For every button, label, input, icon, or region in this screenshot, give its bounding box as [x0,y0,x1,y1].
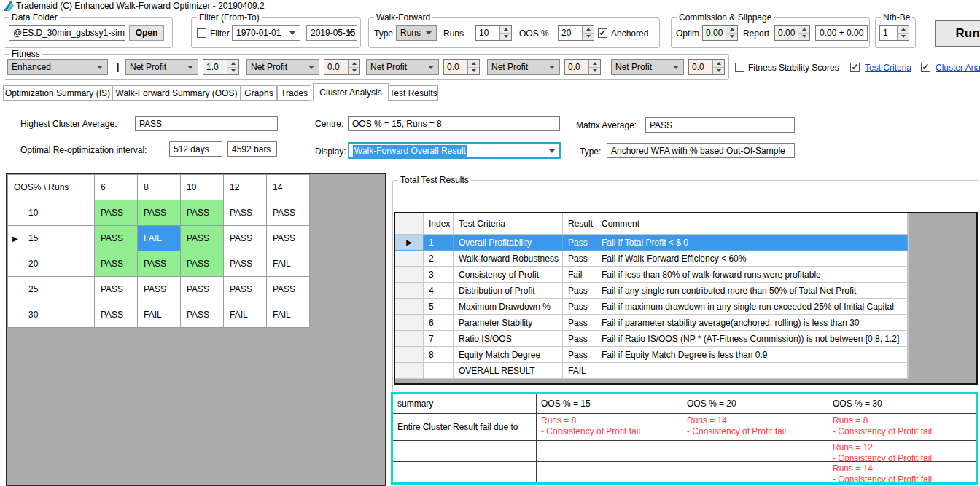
open-button[interactable]: Open [129,25,164,41]
row-selector-cell[interactable] [395,363,424,379]
spin-down-button[interactable] [898,34,909,41]
spin-down-button[interactable] [589,68,600,75]
tab-trades[interactable]: Trades [277,85,311,101]
test-results-row[interactable]: 6 Parameter Stability Pass Fail if param… [395,315,976,331]
matrix-cell[interactable]: PASS [224,226,267,251]
spin-up-button[interactable] [228,60,238,68]
report-commission-stepper[interactable]: 0.00 [774,25,810,41]
spin-up-button[interactable] [500,26,511,34]
matrix-row-header[interactable]: 10 [8,200,95,226]
matrix-row-header[interactable]: ▶15 [8,226,95,251]
row-selector-cell[interactable] [395,315,424,331]
matrix-cell[interactable]: PASS [224,251,267,277]
spin-down-button[interactable] [713,68,724,75]
oos-percent-stepper[interactable]: 20 [558,25,594,41]
tab-optimization-summary[interactable]: Optimization Summary (IS) [3,85,112,101]
spin-down-button[interactable] [468,68,479,75]
matrix-cell[interactable]: PASS [267,277,310,302]
test-results-row[interactable]: ▶ 1 Overall Profitability Pass Fail if T… [395,235,976,251]
test-results-row[interactable]: OVERALL RESULT FAIL [395,363,976,379]
row-selector-cell[interactable] [395,283,424,299]
spin-up-button[interactable] [583,26,594,34]
spin-up-button[interactable] [713,60,724,68]
matrix-cell[interactable]: PASS [267,200,310,226]
matrix-cell[interactable]: PASS [95,200,138,226]
matrix-row-header[interactable]: 20 [8,251,95,277]
matrix-cell[interactable]: FAIL [224,302,267,328]
spin-up-button[interactable] [589,60,600,68]
fitness-metric-1-select[interactable]: Net Profit [125,59,198,75]
filter-checkbox[interactable] [197,28,206,38]
test-criteria-checkbox[interactable] [850,63,860,72]
fitness-weight-5-stepper[interactable]: 0.0 [688,59,725,75]
matrix-cell[interactable]: PASS [224,277,267,302]
matrix-cell[interactable]: PASS [224,200,267,226]
spin-down-button[interactable] [726,34,737,41]
run-button[interactable]: Run [935,20,980,47]
matrix-cell[interactable]: FAIL [267,302,310,328]
fitness-metric-2-select[interactable]: Net Profit [246,59,319,75]
cluster-analysis-link[interactable]: Cluster Ana [936,63,980,73]
test-results-row[interactable]: 5 Maximum Drawdown % Pass Fail if maximu… [395,299,976,315]
fitness-weight-2-stepper[interactable]: 0.0 [324,59,360,75]
test-results-row[interactable]: 7 Ratio IS/OOS Pass Fail if Ratio IS/OOS… [395,331,976,347]
row-selector-cell[interactable] [395,347,424,363]
matrix-cell[interactable]: PASS [267,226,310,251]
matrix-cell[interactable]: PASS [95,277,138,302]
row-selector-cell[interactable] [395,251,424,267]
test-criteria-link[interactable]: Test Criteria [865,63,911,73]
fitness-metric-4-select[interactable]: Net Profit [487,59,560,75]
matrix-cell[interactable]: FAIL [267,251,310,277]
display-select[interactable]: Walk-Forward Overall Result [348,142,561,159]
matrix-cell[interactable]: PASS [138,251,181,277]
test-results-row[interactable]: 2 Walk-forward Robustness Pass Fail if W… [395,251,976,267]
fitness-weight-4-stepper[interactable]: 0.0 [564,59,601,75]
row-selector-cell[interactable] [395,299,424,315]
matrix-cell[interactable]: PASS [138,200,181,226]
matrix-cell[interactable]: PASS [95,302,138,328]
row-selector-cell[interactable]: ▶ [395,235,424,251]
matrix-cell[interactable]: PASS [181,277,224,302]
fitness-weight-1-stepper[interactable]: 1.0 [203,59,239,75]
fitness-stability-checkbox[interactable] [735,63,744,72]
walk-forward-type-select[interactable]: Runs [396,25,437,41]
tab-walk-forward-summary[interactable]: Walk-Forward Summary (OOS) [112,85,241,101]
matrix-row-header[interactable]: 30 [8,302,95,328]
matrix-cell[interactable]: PASS [181,200,224,226]
fitness-mode-select[interactable]: Enhanced [7,59,108,75]
spin-down-button[interactable] [798,34,809,41]
matrix-cell[interactable]: PASS [181,251,224,277]
spin-up-button[interactable] [798,26,809,34]
fitness-weight-3-stepper[interactable]: 0.0 [443,59,480,75]
fitness-metric-3-select[interactable]: Net Profit [366,59,439,75]
spin-down-button[interactable] [349,68,359,75]
matrix-cell[interactable]: PASS [181,226,224,251]
fitness-metric-5-select[interactable]: Net Profit [611,59,684,75]
spin-up-button[interactable] [898,26,909,34]
runs-stepper[interactable]: 10 [475,25,512,41]
cluster-analysis-checkbox[interactable] [921,63,930,72]
spin-down-button[interactable] [228,68,238,75]
matrix-cell[interactable]: FAIL [138,226,181,251]
test-results-row[interactable]: 3 Consistency of Profit Fail Fail if les… [395,267,976,283]
matrix-cell[interactable]: PASS [181,302,224,328]
tab-cluster-analysis[interactable]: Cluster Analysis [313,83,389,101]
spin-up-button[interactable] [468,60,479,68]
row-selector-cell[interactable] [395,331,424,347]
spin-up-button[interactable] [726,26,737,34]
row-selector-cell[interactable] [395,267,424,283]
filter-from-date-picker[interactable]: 1970-01-01 [232,25,300,41]
tab-graphs[interactable]: Graphs [241,85,277,101]
tab-test-results[interactable]: Test Results [389,85,438,101]
spin-down-button[interactable] [583,34,594,41]
test-results-row[interactable]: 4 Distribution of Profit Pass Fail if an… [395,283,976,299]
matrix-cell[interactable]: FAIL [138,302,181,328]
nth-be-stepper[interactable]: 1 [879,25,909,41]
matrix-row-header[interactable]: 25 [8,277,95,302]
spin-down-button[interactable] [500,34,511,41]
test-results-row[interactable]: 8 Equity Match Degree Pass Fail if Equit… [395,347,976,363]
spin-up-button[interactable] [349,60,359,68]
data-folder-input[interactable]: @ES.D_30min_gsbssy1-sim-11 [9,25,125,41]
matrix-cell[interactable]: PASS [95,226,138,251]
filter-to-date-picker[interactable]: 2019-05-15 [306,25,357,41]
